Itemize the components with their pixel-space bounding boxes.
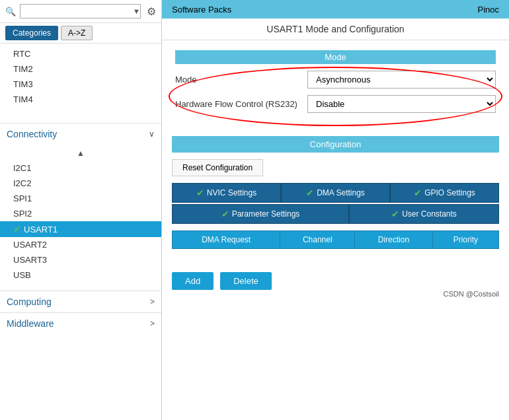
connectivity-label: Connectivity — [7, 129, 57, 139]
top-bar-software-packs: Software Packs — [172, 5, 231, 15]
sidebar-item-spi2[interactable]: SPI2 — [0, 206, 161, 221]
dma-table: DMA Request Channel Direction Priority — [172, 230, 499, 262]
sidebar: 🔍 ▼ ⚙ Categories A->Z RTC TIM2 TIM3 TIM4 — [0, 0, 162, 420]
hwflow-field-select[interactable]: Disable — [307, 95, 496, 113]
tab-az[interactable]: A->Z — [61, 26, 93, 40]
search-icon: 🔍 — [5, 7, 16, 17]
tab-parameter-settings[interactable]: ✔ Parameter Settings — [172, 204, 349, 224]
middleware-section: Middleware > — [0, 312, 161, 334]
sidebar-search-row: 🔍 ▼ ⚙ — [0, 0, 161, 23]
connectivity-expand-icon: ∨ — [149, 129, 155, 139]
sidebar-item-spi1[interactable]: SPI1 — [0, 191, 161, 206]
user-constants-label: User Constants — [402, 209, 457, 219]
page-title: USART1 Mode and Configuration — [162, 18, 509, 40]
sidebar-item-i2c1[interactable]: I2C1 — [0, 160, 161, 176]
mode-field-label: Mode — [175, 75, 307, 85]
delete-button[interactable]: Delete — [220, 272, 272, 290]
check-icon: ✔ — [13, 224, 21, 234]
gpio-settings-label: GPIO Settings — [424, 188, 475, 197]
connectivity-section-header[interactable]: Connectivity ∨ — [0, 123, 161, 145]
sidebar-item-usart3[interactable]: USART3 — [0, 252, 161, 267]
sidebar-content: RTC TIM2 TIM3 TIM4 Connectivity ∨ ▲ I2C1… — [0, 44, 161, 420]
top-bar: Software Packs Pinoc — [162, 0, 509, 18]
dma-table-header-row: DMA Request Channel Direction Priority — [173, 231, 499, 249]
usart1-label: USART1 — [24, 225, 58, 234]
dma-col-direction: Direction — [355, 231, 432, 249]
connectivity-section: Connectivity ∨ ▲ I2C1 I2C2 SPI1 SPI2 ✔ U… — [0, 123, 161, 284]
computing-section: Computing > — [0, 291, 161, 312]
mode-row-mode: Mode Asynchronous — [175, 71, 496, 88]
gear-icon[interactable]: ⚙ — [147, 5, 156, 18]
scroll-up-arrow[interactable]: ▲ — [0, 146, 161, 160]
add-button[interactable]: Add — [172, 272, 214, 290]
tab-nvic-settings[interactable]: ✔ NVIC Settings — [172, 183, 281, 203]
param-check-icon: ✔ — [221, 209, 229, 219]
watermark-text: CSDN @Costsoil — [443, 290, 499, 298]
tab-user-constants[interactable]: ✔ User Constants — [349, 204, 499, 224]
nvic-check-icon: ✔ — [196, 188, 204, 198]
parameter-settings-label: Parameter Settings — [232, 209, 300, 219]
sidebar-item-usart2[interactable]: USART2 — [0, 237, 161, 252]
middleware-label: Middleware — [7, 318, 54, 329]
gpio-check-icon: ✔ — [414, 188, 422, 198]
config-section: Configuration Reset Configuration ✔ NVIC… — [162, 129, 509, 303]
top-bar-right: Pinoc — [477, 5, 499, 15]
reset-config-button[interactable]: Reset Configuration — [172, 159, 263, 176]
sidebar-item-usb[interactable]: USB — [0, 267, 161, 283]
dma-col-channel: Channel — [280, 231, 355, 249]
sidebar-item-i2c2[interactable]: I2C2 — [0, 176, 161, 191]
config-tabs-row1: ✔ NVIC Settings ✔ DMA Settings ✔ GPIO Se… — [172, 183, 499, 203]
dma-empty-row — [173, 249, 499, 262]
tab-categories[interactable]: Categories — [5, 26, 58, 40]
sidebar-item-tim2[interactable]: TIM2 — [0, 61, 161, 77]
computing-section-header[interactable]: Computing > — [0, 291, 161, 312]
config-header: Configuration — [172, 136, 499, 153]
search-input[interactable] — [20, 4, 141, 18]
top-items-group: RTC TIM2 TIM3 TIM4 — [0, 44, 161, 110]
middleware-section-header[interactable]: Middleware > — [0, 312, 161, 334]
main-content: Software Packs Pinoc USART1 Mode and Con… — [162, 0, 509, 420]
dma-check-icon: ✔ — [306, 188, 314, 198]
middleware-expand-icon: > — [150, 319, 155, 328]
config-tabs-row2: ✔ Parameter Settings ✔ User Constants — [172, 204, 499, 224]
nvic-settings-label: NVIC Settings — [207, 188, 256, 197]
dma-col-request: DMA Request — [173, 231, 280, 249]
sidebar-item-tim4[interactable]: TIM4 — [0, 92, 161, 107]
sidebar-item-tim3[interactable]: TIM3 — [0, 77, 161, 92]
computing-label: Computing — [7, 297, 52, 307]
dma-col-priority: Priority — [432, 231, 498, 249]
mode-field-select[interactable]: Asynchronous — [307, 71, 496, 88]
hwflow-field-label: Hardware Flow Control (RS232) — [175, 99, 307, 109]
sidebar-item-usart1[interactable]: ✔ USART1 — [0, 221, 161, 237]
dma-settings-label: DMA Settings — [317, 188, 365, 197]
sidebar-item-rtc[interactable]: RTC — [0, 46, 161, 61]
connectivity-items: ▲ I2C1 I2C2 SPI1 SPI2 ✔ USART1 USART2 US… — [0, 145, 161, 284]
dropdown-arrow-icon: ▼ — [133, 7, 140, 15]
tab-dma-settings[interactable]: ✔ DMA Settings — [281, 183, 390, 203]
mode-header: Mode — [175, 50, 496, 64]
mode-section: Mode Mode Asynchronous Hardware Flow Con… — [162, 40, 509, 129]
sidebar-tabs: Categories A->Z — [0, 23, 161, 44]
tab-gpio-settings[interactable]: ✔ GPIO Settings — [390, 183, 499, 203]
mode-row-hwflow: Hardware Flow Control (RS232) Disable — [175, 95, 496, 113]
computing-expand-icon: > — [150, 297, 155, 306]
user-check-icon: ✔ — [391, 209, 399, 219]
